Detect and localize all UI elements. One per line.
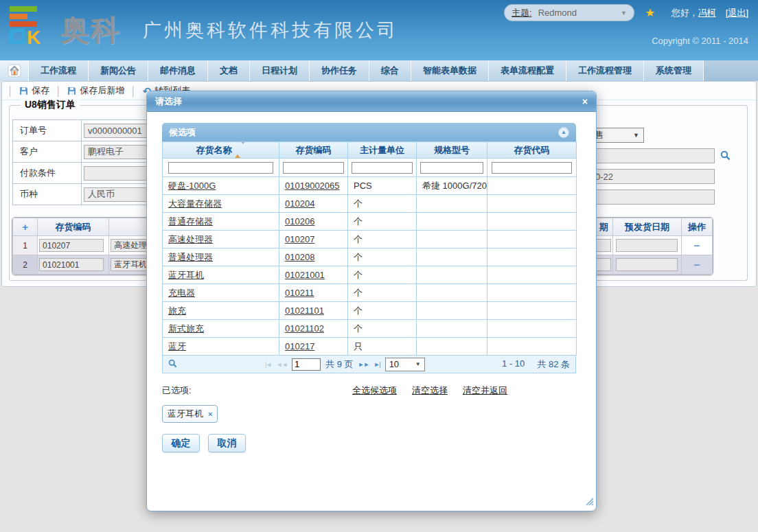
- item-name-link[interactable]: 普通处理器: [168, 252, 213, 262]
- theme-selector[interactable]: 主题: Redmond ▼: [504, 4, 634, 21]
- next-page-icon[interactable]: ►►: [358, 361, 369, 368]
- nav-tab-docs[interactable]: 文档: [208, 60, 250, 81]
- candidates-panel-title: 候选项: [169, 126, 196, 139]
- item-code-field[interactable]: [39, 258, 104, 271]
- item-code-link[interactable]: 010208: [285, 252, 314, 262]
- filter-stock-code-input[interactable]: [492, 162, 571, 174]
- candidates-panel: 候选项 ▲ 存货名称 存货编码 主计量单位 规格型号 存货代码: [162, 123, 576, 373]
- logo-stripe: [10, 14, 27, 19]
- chip-remove-icon[interactable]: ×: [208, 410, 212, 418]
- nav-tab-mail[interactable]: 邮件消息: [148, 60, 208, 81]
- item-spec: [417, 302, 487, 320]
- logout-link[interactable]: [退出]: [726, 8, 748, 18]
- item-spec: [417, 284, 487, 302]
- candidate-row: 蓝牙耳机 01021001 个: [163, 266, 577, 284]
- item-name-link[interactable]: 普通存储器: [168, 216, 213, 227]
- search-icon[interactable]: [168, 359, 177, 370]
- candidates-header-row: 存货名称 存货编码 主计量单位 规格型号 存货代码: [163, 142, 577, 159]
- item-predelivery-field[interactable]: [616, 258, 678, 271]
- item-code-link[interactable]: 01021102: [285, 323, 324, 334]
- nav-tab-workflow-mgmt[interactable]: 工作流程管理: [566, 60, 644, 81]
- selected-section: 已选项: 全选候选项 清空选择 清空并返回: [162, 384, 507, 397]
- resize-grip-icon[interactable]: [585, 496, 594, 509]
- selected-label: 已选项:: [162, 384, 192, 397]
- col-header-code[interactable]: 存货编码: [279, 142, 348, 159]
- save-icon: [19, 86, 28, 95]
- item-stock-code: [487, 231, 577, 248]
- nav-tab-collab[interactable]: 协作任务: [310, 60, 369, 81]
- item-spec: 希捷 1000G/720: [417, 177, 487, 195]
- collapse-icon[interactable]: ▲: [558, 127, 569, 138]
- item-name-link[interactable]: 蓝牙耳机: [168, 270, 204, 280]
- selected-chip[interactable]: 蓝牙耳机 ×: [162, 405, 218, 423]
- item-code-link[interactable]: 01019002065: [285, 181, 340, 191]
- filter-name-input[interactable]: [168, 162, 273, 174]
- clear-selection-link[interactable]: 清空选择: [412, 384, 448, 397]
- dialog-titlebar[interactable]: 请选择 ×: [147, 91, 596, 112]
- nav-tab-schedule[interactable]: 日程计划: [250, 60, 310, 81]
- col-header-stock-code[interactable]: 存货代码: [487, 142, 577, 159]
- nav-home-tab[interactable]: [0, 60, 29, 81]
- nav-tab-workflow[interactable]: 工作流程: [29, 60, 89, 81]
- item-code-link[interactable]: 010206: [285, 216, 314, 227]
- first-page-icon[interactable]: |◄: [265, 361, 271, 368]
- item-name-link[interactable]: 蓝牙: [168, 341, 186, 351]
- order-date-field[interactable]: [591, 169, 715, 184]
- col-header-unit[interactable]: 主计量单位: [348, 142, 417, 159]
- user-name-link[interactable]: 冯柯: [698, 8, 716, 18]
- candidate-row: 旅充 01021101 个: [163, 302, 577, 320]
- nav-tab-smart-form-data[interactable]: 智能表单数据: [411, 60, 489, 81]
- col-header-name[interactable]: 存货名称: [163, 142, 279, 159]
- item-spec: [417, 213, 487, 231]
- last-page-icon[interactable]: ►|: [374, 361, 380, 368]
- nav-tab-system-mgmt[interactable]: 系统管理: [644, 60, 704, 81]
- item-code-link[interactable]: 010211: [285, 288, 314, 298]
- item-name-link[interactable]: 新式旅充: [168, 323, 204, 334]
- sort-icon: [235, 144, 246, 154]
- ok-button[interactable]: 确定: [162, 434, 200, 452]
- filter-code-input[interactable]: [283, 162, 344, 174]
- filter-spec-input[interactable]: [420, 162, 483, 174]
- item-name-link[interactable]: 大容量存储器: [168, 198, 222, 209]
- toolbar-separator: │: [8, 86, 13, 96]
- candidates-panel-header: 候选项 ▲: [162, 123, 576, 141]
- remove-row-icon[interactable]: –: [683, 259, 711, 271]
- prev-page-icon[interactable]: ◄◄: [276, 361, 287, 368]
- item-code-link[interactable]: 01021001: [285, 270, 325, 280]
- col-header-spec[interactable]: 规格型号: [417, 142, 487, 159]
- page-number-input[interactable]: [292, 358, 321, 371]
- filter-unit-input[interactable]: [352, 162, 413, 174]
- item-code-link[interactable]: 01021101: [285, 305, 324, 316]
- candidate-row: 普通存储器 010206 个: [163, 213, 577, 231]
- select-all-link[interactable]: 全选候选项: [352, 384, 397, 397]
- clear-and-return-link[interactable]: 清空并返回: [463, 384, 507, 397]
- item-code-link[interactable]: 010207: [285, 234, 314, 244]
- close-icon[interactable]: ×: [582, 96, 588, 107]
- customer-label: 客户: [13, 141, 82, 163]
- item-stock-code: [487, 248, 577, 266]
- item-name-link[interactable]: 充电器: [168, 288, 195, 298]
- item-unit: PCS: [348, 177, 417, 195]
- search-icon[interactable]: [720, 150, 731, 163]
- favorite-star-icon[interactable]: ★: [645, 6, 655, 19]
- item-name-link[interactable]: 旅充: [168, 305, 186, 316]
- nav-tab-news[interactable]: 新闻公告: [89, 60, 148, 81]
- nav-tab-general[interactable]: 综合: [369, 60, 411, 81]
- item-code-link[interactable]: 010204: [285, 198, 314, 209]
- item-name-link[interactable]: 硬盘-1000G: [168, 181, 216, 191]
- item-predelivery-field[interactable]: [616, 239, 678, 252]
- item-spec: [417, 320, 487, 338]
- extra-field[interactable]: [591, 189, 715, 205]
- save-button[interactable]: 保存: [19, 84, 49, 97]
- nav-tab-form-flow-config[interactable]: 表单流程配置: [489, 60, 566, 81]
- page-size-select[interactable]: 10 ▼: [385, 358, 425, 371]
- item-code-field[interactable]: [39, 239, 104, 252]
- add-row-icon[interactable]: +: [22, 221, 28, 233]
- cancel-button[interactable]: 取消: [208, 434, 246, 452]
- remove-row-icon[interactable]: –: [683, 240, 711, 252]
- item-code-link[interactable]: 010217: [285, 341, 314, 351]
- top-banner: K 奥科 广州奥科软件科技有限公司 主题: Redmond ▼ ★ 您好，冯柯[…: [0, 0, 758, 60]
- item-name-link[interactable]: 高速处理器: [168, 234, 213, 244]
- save-and-new-button[interactable]: 保存后新增: [67, 84, 124, 97]
- selected-chips: 蓝牙耳机 ×: [162, 405, 596, 423]
